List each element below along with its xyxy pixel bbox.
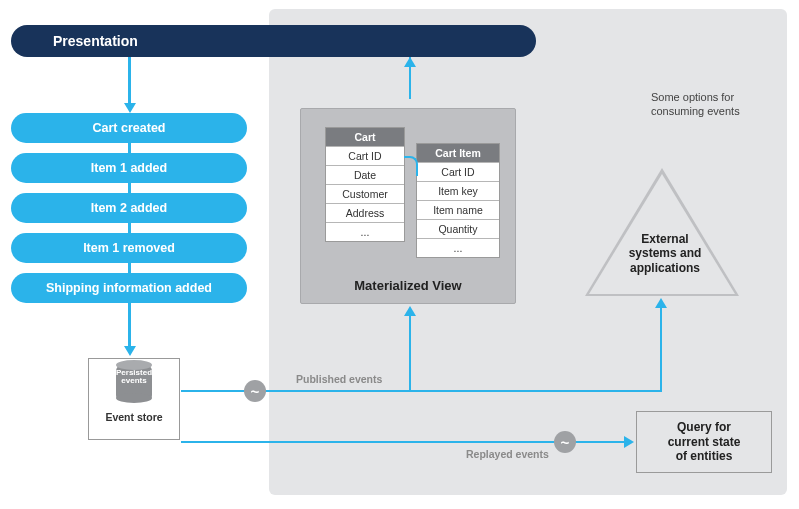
table-header: Cart Item xyxy=(417,144,499,162)
materialized-view: Cart Cart ID Date Customer Address ... C… xyxy=(300,108,516,304)
event-pill: Item 1 removed xyxy=(11,233,247,263)
table-cell: Address xyxy=(326,203,404,222)
table-cell: Item name xyxy=(417,200,499,219)
event-store: Persisted events Event store xyxy=(88,358,180,440)
note-line2: consuming events xyxy=(651,105,740,117)
event-pill: Item 2 added xyxy=(11,193,247,223)
flow-line xyxy=(181,390,411,392)
store-caption: Event store xyxy=(105,411,162,423)
presentation-bar: Presentation xyxy=(11,25,536,57)
mview-title: Materialized View xyxy=(301,278,515,293)
event-label: Item 1 added xyxy=(91,161,167,175)
event-label: Item 2 added xyxy=(91,201,167,215)
table-cart: Cart Cart ID Date Customer Address ... xyxy=(325,127,405,242)
arrow-icon xyxy=(124,346,136,356)
presentation-label: Presentation xyxy=(53,33,138,49)
event-label: Cart created xyxy=(93,121,166,135)
triangle-label: External systems and applications xyxy=(585,232,745,275)
event-label: Item 1 removed xyxy=(83,241,175,255)
flow-line xyxy=(660,306,662,392)
arrow-icon xyxy=(404,57,416,67)
event-pill: Cart created xyxy=(11,113,247,143)
table-cell: Date xyxy=(326,165,404,184)
connector xyxy=(128,303,131,348)
event-pulse-icon: ~ xyxy=(244,380,266,402)
external-systems: External systems and applications xyxy=(585,168,745,298)
arrow-icon xyxy=(404,306,416,316)
replayed-label: Replayed events xyxy=(466,448,549,460)
event-label: Shipping information added xyxy=(46,281,212,295)
connector xyxy=(128,223,131,233)
table-cell: Cart ID xyxy=(326,146,404,165)
connector xyxy=(128,183,131,193)
connector xyxy=(128,263,131,273)
database-icon: Persisted events xyxy=(116,365,152,399)
query-box: Query for current state of entities xyxy=(636,411,772,473)
arrow-icon xyxy=(124,103,136,113)
panel-note: Some options for consuming events xyxy=(651,91,771,119)
table-cell: Quantity xyxy=(417,219,499,238)
table-cell: Item key xyxy=(417,181,499,200)
table-cell: ... xyxy=(417,238,499,257)
arrow-icon xyxy=(655,298,667,308)
published-label: Published events xyxy=(296,373,382,385)
connector xyxy=(128,143,131,153)
table-cell: Cart ID xyxy=(417,162,499,181)
event-pill: Shipping information added xyxy=(11,273,247,303)
event-pill: Item 1 added xyxy=(11,153,247,183)
event-pulse-icon: ~ xyxy=(554,431,576,453)
query-label: Query for current state of entities xyxy=(668,420,741,463)
note-line1: Some options for xyxy=(651,91,734,103)
table-cell: Customer xyxy=(326,184,404,203)
cylinder-label: Persisted events xyxy=(116,369,152,386)
relation-line xyxy=(404,156,418,176)
connector xyxy=(128,57,131,105)
flow-line xyxy=(409,314,411,392)
table-cart-item: Cart Item Cart ID Item key Item name Qua… xyxy=(416,143,500,258)
arrow-icon xyxy=(624,436,634,448)
table-cell: ... xyxy=(326,222,404,241)
table-header: Cart xyxy=(326,128,404,146)
flow-line xyxy=(411,390,660,392)
